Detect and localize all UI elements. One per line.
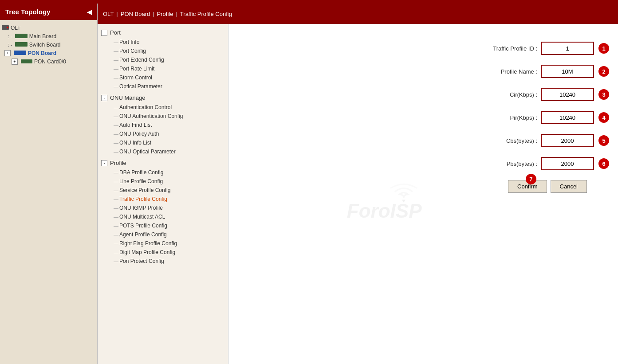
sidebar-collapse-icon[interactable]: ◀ bbox=[87, 8, 92, 16]
nav-item-onu-optical-param[interactable]: ONU Optical Parameter bbox=[106, 147, 228, 156]
tree-label-olt: OLT bbox=[11, 25, 20, 31]
nav-item-auth-control[interactable]: Authentication Control bbox=[106, 103, 228, 112]
tree-item-switch-board[interactable]: : - Switch Board bbox=[2, 40, 95, 49]
nav-section-onu-manage-items: Authentication Control ONU Authenticatio… bbox=[98, 103, 228, 156]
nav-item-line-profile[interactable]: Line Profile Config bbox=[106, 177, 228, 186]
nav-item-onu-info-list[interactable]: ONU Info List bbox=[106, 138, 228, 147]
nav-item-dba-profile[interactable]: DBA Profile Config bbox=[106, 168, 228, 177]
input-cbs[interactable] bbox=[541, 134, 594, 147]
pon-expand-icon: + bbox=[4, 50, 11, 56]
nav-item-right-flag-profile[interactable]: Right Flag Profile Config bbox=[106, 239, 228, 248]
nav-section-port-label: Port bbox=[110, 29, 121, 36]
tree-label-switch-board: Switch Board bbox=[29, 42, 61, 48]
badge-4: 4 bbox=[598, 112, 609, 123]
nav-item-digit-map-profile[interactable]: Digit Map Profile Config bbox=[106, 248, 228, 257]
watermark-text: ForoISP bbox=[347, 200, 422, 222]
badge-2: 2 bbox=[598, 66, 609, 77]
tree-label-pon-board: PON Board bbox=[28, 50, 56, 56]
tree-item-olt[interactable]: OLT bbox=[2, 23, 95, 32]
main-content: OLT | PON Board | Profile | Traffic Prof… bbox=[98, 4, 618, 364]
badge-1: 1 bbox=[598, 43, 609, 54]
nav-panel: - Port Port Info Port Config Port Extend… bbox=[98, 24, 228, 364]
nav-section-port-items: Port Info Port Config Port Extend Config… bbox=[98, 38, 228, 91]
nav-section-onu-manage-label: ONU Manage bbox=[110, 94, 145, 101]
nav-item-pon-protect-config[interactable]: Pon Protect Config bbox=[106, 257, 228, 266]
breadcrumb-olt: OLT bbox=[103, 11, 114, 17]
nav-item-port-info[interactable]: Port Info bbox=[106, 38, 228, 47]
input-cir[interactable] bbox=[541, 88, 594, 101]
form-row-cir: Cir(Kbps) : 3 bbox=[237, 88, 609, 101]
nav-item-onu-igmp-profile[interactable]: ONU IGMP Profile bbox=[106, 204, 228, 212]
label-pbs: Pbs(bytes) : bbox=[466, 160, 537, 167]
confirm-btn-wrapper: 7 Confirm bbox=[506, 180, 547, 193]
form-row-profile-name: Profile Name : 2 bbox=[237, 65, 609, 78]
badge-7: 7 bbox=[526, 174, 536, 184]
label-profile-name: Profile Name : bbox=[466, 68, 537, 75]
nav-section-profile: - Profile DBA Profile Config Line Profil… bbox=[98, 158, 228, 266]
breadcrumb-profile: Profile bbox=[157, 11, 173, 17]
input-pir[interactable] bbox=[541, 111, 594, 124]
nav-item-service-profile[interactable]: Service Profile Config bbox=[106, 186, 228, 195]
nav-section-port: - Port Port Info Port Config Port Extend… bbox=[98, 27, 228, 91]
form-row-traffic-profile-id: Traffic Profile ID : 1 bbox=[237, 42, 609, 55]
badge-3: 3 bbox=[598, 89, 609, 100]
nav-item-port-rate-limit[interactable]: Port Rate Limit bbox=[106, 64, 228, 73]
nav-section-profile-label: Profile bbox=[110, 160, 126, 166]
form-row-cbs: Cbs(bytes) : 5 bbox=[237, 134, 609, 147]
nav-item-port-extend-config[interactable]: Port Extend Config bbox=[106, 55, 228, 64]
sidebar: Tree Topology ◀ OLT : - Main Board : - bbox=[0, 4, 98, 364]
nav-section-onu-manage-header[interactable]: - ONU Manage bbox=[98, 93, 228, 103]
badge-5: 5 bbox=[598, 135, 609, 146]
badge-6: 6 bbox=[598, 158, 609, 169]
form-panel: ForoISP Traffic Profile ID : 1 Profile N… bbox=[228, 24, 618, 364]
nav-item-optical-parameter[interactable]: Optical Parameter bbox=[106, 82, 228, 91]
svg-rect-5 bbox=[21, 59, 32, 63]
form-row-pir: Pir(Kbps) : 4 bbox=[237, 111, 609, 124]
breadcrumb-pon-board: PON Board bbox=[121, 11, 150, 17]
nav-item-auto-find-list[interactable]: Auto Find List bbox=[106, 121, 228, 129]
tree-label-pon-card: PON Card0/0 bbox=[34, 59, 66, 65]
nav-item-onu-multicast-acl[interactable]: ONU Multicast ACL bbox=[106, 212, 228, 221]
breadcrumb: OLT | PON Board | Profile | Traffic Prof… bbox=[98, 4, 618, 24]
nav-item-storm-control[interactable]: Storm Control bbox=[106, 73, 228, 82]
nav-item-pots-profile[interactable]: POTS Profile Config bbox=[106, 221, 228, 230]
tree-label-main-board: Main Board bbox=[29, 33, 56, 39]
port-expand-icon: - bbox=[101, 30, 107, 36]
top-bar bbox=[0, 0, 618, 4]
breadcrumb-traffic-profile-config: Traffic Profile Config bbox=[180, 11, 232, 17]
svg-rect-4 bbox=[14, 51, 26, 55]
nav-section-port-header[interactable]: - Port bbox=[98, 27, 228, 38]
nav-item-traffic-profile-config[interactable]: Traffic Profile Config bbox=[106, 195, 228, 204]
nav-section-profile-header[interactable]: - Profile bbox=[98, 158, 228, 168]
tree-item-pon-board[interactable]: + PON Board bbox=[2, 49, 95, 57]
input-pbs[interactable] bbox=[541, 157, 594, 170]
profile-expand-icon: - bbox=[101, 160, 107, 166]
button-row: 7 Confirm Cancel bbox=[237, 180, 609, 193]
label-cbs: Cbs(bytes) : bbox=[466, 137, 537, 144]
sidebar-header[interactable]: Tree Topology ◀ bbox=[0, 4, 97, 20]
nav-section-onu-manage: - ONU Manage Authentication Control ONU … bbox=[98, 93, 228, 156]
tree-item-main-board[interactable]: : - Main Board bbox=[2, 32, 95, 40]
card-expand-icon: + bbox=[12, 59, 18, 65]
sidebar-title: Tree Topology bbox=[5, 8, 50, 16]
nav-item-agent-profile[interactable]: Agent Profile Config bbox=[106, 230, 228, 239]
svg-rect-3 bbox=[15, 42, 28, 47]
input-profile-name[interactable] bbox=[541, 65, 594, 78]
label-traffic-profile-id: Traffic Profile ID : bbox=[466, 45, 537, 52]
nav-item-port-config[interactable]: Port Config bbox=[106, 47, 228, 55]
tree-content: OLT : - Main Board : - Switch Board + bbox=[0, 20, 97, 364]
nav-item-onu-policy-auth[interactable]: ONU Policy Auth bbox=[106, 129, 228, 138]
label-pir: Pir(Kbps) : bbox=[466, 114, 537, 121]
nav-item-onu-auth-config[interactable]: ONU Authentication Config bbox=[106, 112, 228, 121]
svg-point-1 bbox=[7, 27, 8, 28]
onu-manage-expand-icon: - bbox=[101, 95, 107, 101]
tree-item-pon-card[interactable]: + PON Card0/0 bbox=[2, 57, 95, 66]
svg-rect-2 bbox=[15, 34, 28, 38]
label-cir: Cir(Kbps) : bbox=[466, 91, 537, 98]
form-row-pbs: Pbs(bytes) : 6 bbox=[237, 157, 609, 170]
nav-section-profile-items: DBA Profile Config Line Profile Config S… bbox=[98, 168, 228, 266]
input-traffic-profile-id[interactable] bbox=[541, 42, 594, 55]
cancel-button[interactable]: Cancel bbox=[551, 180, 587, 193]
